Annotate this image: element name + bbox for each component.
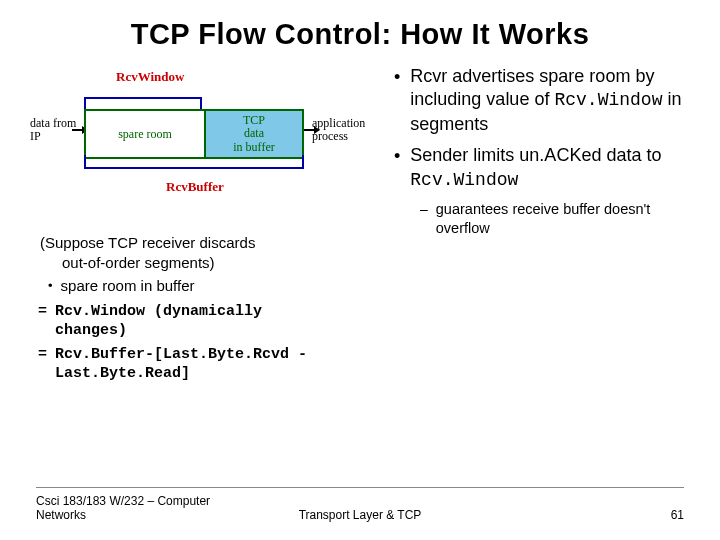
right-column: • Rcvr advertises spare room by includin… xyxy=(394,61,684,388)
right-bullet-2: • Sender limits un.ACKed data to Rcv.Win… xyxy=(394,144,684,192)
footer-left: Csci 183/183 W/232 – Computer Networks xyxy=(36,494,250,522)
content-columns: RcvWindow data from IP spare room TCP da… xyxy=(36,61,684,388)
right-bullet-1: • Rcvr advertises spare room by includin… xyxy=(394,65,684,136)
buffer-diagram: RcvWindow data from IP spare room TCP da… xyxy=(36,65,336,225)
equals-sign: = xyxy=(38,345,47,384)
footer-page-number: 61 xyxy=(470,508,684,522)
application-process-label: application process xyxy=(312,117,365,143)
brace-bottom-icon xyxy=(84,163,304,177)
slide: TCP Flow Control: How It Works RcvWindow… xyxy=(0,0,720,540)
rcvbuffer-label: RcvBuffer xyxy=(166,179,224,195)
suppose-line2: out-of-order segments) xyxy=(36,253,376,273)
dash-icon: – xyxy=(420,200,428,238)
bullet-icon: • xyxy=(394,65,400,136)
suppose-line1: (Suppose TCP receiver discards xyxy=(36,233,376,253)
equation-2: = Rcv.Buffer-[Last.Byte.Rcvd -Last.Byte.… xyxy=(36,345,376,384)
footer: Csci 183/183 W/232 – Computer Networks T… xyxy=(36,487,684,522)
rcvwindow-label: RcvWindow xyxy=(116,69,184,85)
equation-2-body: Rcv.Buffer-[Last.Byte.Rcvd -Last.Byte.Re… xyxy=(55,345,307,384)
buffer-box: spare room TCP data in buffer xyxy=(84,109,304,159)
spare-room-cell: spare room xyxy=(86,111,204,157)
bullet-icon: • xyxy=(394,144,400,192)
tcp-data-cell: TCP data in buffer xyxy=(204,111,302,157)
right-bullet-2-text: Sender limits un.ACKed data to Rcv.Windo… xyxy=(410,144,684,192)
left-bullet-1: • spare room in buffer xyxy=(36,276,376,296)
right-bullet-1-text: Rcvr advertises spare room by including … xyxy=(410,65,684,136)
equation-block: = Rcv.Window (dynamicallychanges) = Rcv.… xyxy=(36,302,376,384)
equation-1: = Rcv.Window (dynamicallychanges) xyxy=(36,302,376,341)
right-subbullet-1: – guarantees receive buffer doesn't over… xyxy=(420,200,684,238)
bullet-icon: • xyxy=(48,276,53,296)
right-subbullet-1-text: guarantees receive buffer doesn't overfl… xyxy=(436,200,684,238)
left-bullet-1-text: spare room in buffer xyxy=(61,276,195,296)
equals-sign: = xyxy=(38,302,47,341)
footer-center: Transport Layer & TCP xyxy=(253,508,467,522)
left-column: RcvWindow data from IP spare room TCP da… xyxy=(36,61,376,388)
left-text-block: (Suppose TCP receiver discards out-of-or… xyxy=(36,233,376,384)
slide-title: TCP Flow Control: How It Works xyxy=(36,18,684,51)
brace-top-icon xyxy=(84,87,202,101)
equation-1-body: Rcv.Window (dynamicallychanges) xyxy=(55,302,262,341)
